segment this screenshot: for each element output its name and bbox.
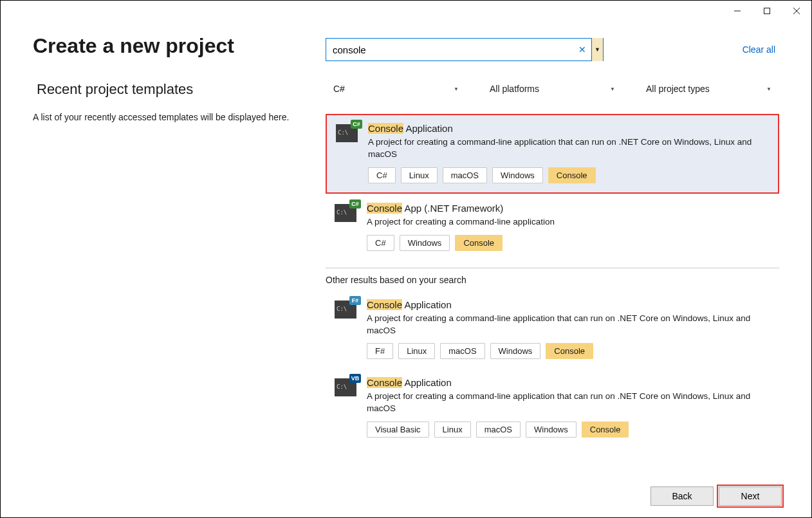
recent-templates-heading: Recent project templates: [33, 81, 306, 98]
tag: macOS: [476, 421, 521, 438]
tag: Console: [455, 235, 503, 251]
tag: Windows: [400, 235, 450, 251]
template-item[interactable]: F#Console ApplicationA project for creat…: [326, 291, 779, 369]
tag: Console: [546, 343, 593, 359]
template-title: Console Application: [368, 123, 769, 134]
template-title: Console Application: [367, 299, 770, 310]
language-badge: VB: [349, 374, 361, 383]
language-filter-label: C#: [333, 84, 345, 94]
recent-templates-desc: A list of your recently accessed templat…: [33, 111, 306, 124]
tag: Console: [548, 167, 596, 183]
other-results-heading: Other results based on your search: [326, 268, 779, 285]
chevron-down-icon: ▼: [766, 86, 771, 92]
console-icon: C#: [335, 204, 356, 222]
language-badge: F#: [349, 296, 361, 305]
tag: macOS: [440, 343, 484, 359]
template-description: A project for creating a command-line ap…: [367, 313, 770, 337]
tag: C#: [368, 167, 396, 183]
language-badge: C#: [349, 199, 361, 208]
search-input[interactable]: [326, 39, 573, 60]
platform-filter[interactable]: All platforms ▼: [482, 78, 623, 100]
template-tags: Visual BasicLinuxmacOSWindowsConsole: [367, 421, 770, 438]
chevron-down-icon: ▼: [454, 86, 459, 92]
template-item[interactable]: C#Console App (.NET Framework)A project …: [326, 195, 779, 260]
minimize-button[interactable]: [723, 2, 752, 20]
language-badge: C#: [351, 120, 362, 129]
maximize-button[interactable]: [752, 2, 782, 20]
tag: Linux: [401, 167, 438, 183]
template-item[interactable]: C#Console ApplicationA project for creat…: [326, 114, 779, 194]
project-type-filter[interactable]: All project types ▼: [638, 78, 779, 100]
tag: C#: [367, 235, 394, 251]
template-tags: F#LinuxmacOSWindowsConsole: [367, 343, 770, 359]
clear-search-icon[interactable]: ✕: [573, 44, 591, 55]
tag: Linux: [434, 421, 471, 438]
console-icon: VB: [335, 378, 356, 396]
template-description: A project for creating a command-line ap…: [368, 136, 769, 161]
template-title: Console Application: [367, 377, 770, 388]
tag: Windows: [526, 421, 577, 438]
close-button[interactable]: [782, 2, 811, 20]
next-button[interactable]: Next: [719, 486, 782, 506]
template-title: Console App (.NET Framework): [367, 203, 770, 214]
template-description: A project for creating a command-line ap…: [367, 391, 770, 415]
titlebar: [1, 1, 811, 21]
tag: Visual Basic: [367, 421, 429, 438]
tag: Windows: [492, 167, 543, 183]
tag: Linux: [398, 343, 435, 359]
tag: F#: [367, 343, 393, 359]
back-button[interactable]: Back: [651, 486, 714, 506]
console-icon: C#: [336, 124, 358, 142]
search-box[interactable]: ✕ ▼: [326, 38, 604, 61]
template-description: A project for creating a command-line ap…: [367, 216, 770, 228]
tag: macOS: [443, 167, 487, 183]
search-dropdown-icon[interactable]: ▼: [591, 38, 603, 61]
project-type-filter-label: All project types: [646, 84, 710, 94]
template-tags: C#WindowsConsole: [367, 235, 770, 251]
chevron-down-icon: ▼: [610, 86, 615, 92]
template-item[interactable]: VBConsole ApplicationA project for creat…: [326, 369, 779, 447]
console-icon: F#: [335, 301, 356, 319]
svg-rect-1: [764, 8, 770, 14]
clear-all-link[interactable]: Clear all: [743, 44, 779, 55]
tag: Console: [582, 421, 629, 438]
tag: Windows: [490, 343, 541, 359]
platform-filter-label: All platforms: [490, 84, 539, 94]
template-tags: C#LinuxmacOSWindowsConsole: [368, 167, 769, 183]
page-title: Create a new project: [33, 34, 306, 58]
language-filter[interactable]: C# ▼: [326, 78, 466, 100]
